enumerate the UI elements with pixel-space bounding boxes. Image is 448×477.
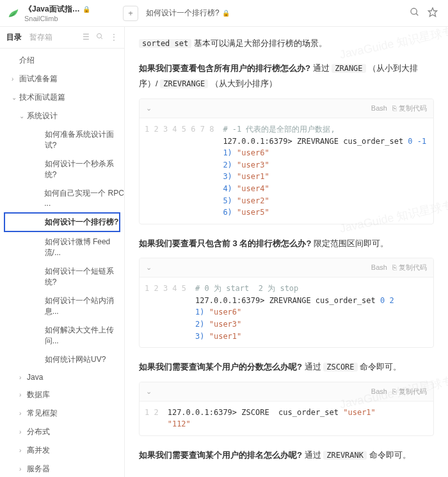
nav-item[interactable]: ›服务器 (0, 460, 124, 477)
book-title: 《Java面试指… (24, 4, 80, 15)
svg-marker-2 (428, 8, 436, 16)
nav-item[interactable]: ›数据库 (0, 386, 124, 404)
nav-item[interactable]: 如何准备系统设计面试? (0, 125, 124, 155)
paragraph: sorted set 基本可以满足大部分排行榜的场景。 (139, 36, 434, 52)
nav-item[interactable]: ›Java (0, 369, 124, 386)
code-lang: Bash (371, 102, 387, 115)
nav-item[interactable]: 介绍 (0, 51, 124, 70)
code-block: ⌄Bash⎘ 复制代码1 2 3 4 5 # 0 为 start 2 为 sto… (139, 258, 434, 348)
copy-button[interactable]: ⎘ 复制代码 (392, 261, 427, 274)
chevron-icon: › (19, 374, 24, 381)
code-lines: # -1 代表的是全部的用户数据, 127.0.0.1:6379> ZREVRA… (223, 123, 426, 219)
nav-item[interactable]: ›高并发 (0, 441, 124, 460)
inline-code: ZREVRANK (323, 451, 367, 460)
lock-icon: 🔒 (83, 6, 90, 13)
star-icon[interactable] (424, 7, 442, 20)
nav-item[interactable]: ›面试准备篇 (0, 70, 124, 88)
code-lang: Bash (371, 385, 387, 398)
tab-toc[interactable]: 目录 (6, 32, 22, 43)
section-heading: 如果我们要查看包含所有用户的排行榜怎么办? 通过 ZRANGE （从小到大排序）… (139, 61, 434, 92)
book-author: SnailClimb (24, 15, 120, 22)
chevron-icon: › (19, 391, 24, 398)
more-icon[interactable]: ⋮ (110, 33, 118, 42)
chevron-icon: › (19, 465, 24, 473)
code-block: ⌄Bash⎘ 复制代码1 2 127.0.0.1:6379> ZSCORE cu… (139, 382, 434, 436)
nav-item[interactable]: ›常见框架 (0, 404, 124, 423)
inline-code: ZRANGE (332, 64, 365, 73)
nav-item[interactable]: ⌄技术面试题篇 (0, 88, 124, 107)
svg-line-1 (416, 13, 418, 15)
svg-point-3 (97, 34, 102, 38)
code-lines: 127.0.0.1:6379> ZSCORE cus_order_set "us… (168, 407, 376, 430)
book-info: 《Java面试指…🔒 SnailClimb (24, 4, 120, 22)
chevron-icon: › (12, 75, 17, 82)
collapse-icon[interactable]: ⌄ (146, 102, 152, 115)
search-icon[interactable] (406, 7, 424, 20)
nav-item[interactable]: 如何设计一个短链系统? (0, 262, 124, 292)
inline-code: sorted set (139, 39, 191, 48)
breadcrumb-title: 如何设计一个排行榜? (146, 8, 220, 19)
nav-item[interactable]: 如何设计一个站内消息... (0, 292, 124, 321)
chevron-icon: › (19, 428, 24, 435)
lock-icon: 🔒 (222, 10, 230, 17)
line-numbers: 1 2 (140, 407, 168, 430)
line-numbers: 1 2 3 4 5 (140, 283, 195, 342)
code-lang: Bash (371, 261, 387, 274)
nav-item[interactable]: ›分布式 (0, 423, 124, 441)
nav-item[interactable]: 如何统计网站UV? (0, 350, 124, 369)
nav-item[interactable]: 如何设计微博 Feed 流/... (0, 233, 124, 262)
inline-code: ZSCORE (323, 363, 357, 371)
copy-button[interactable]: ⎘ 复制代码 (392, 385, 427, 398)
add-tab-button[interactable]: + (123, 6, 138, 21)
nav-item[interactable]: 如何解决大文件上传问... (0, 321, 124, 350)
svg-line-4 (101, 38, 103, 40)
collapse-icon[interactable]: ⌄ (146, 261, 152, 274)
code-block: ⌄Bash⎘ 复制代码1 2 3 4 5 6 7 8 # -1 代表的是全部的用… (139, 98, 434, 224)
code-lines: # 0 为 start 2 为 stop 127.0.0.1:6379> ZRE… (195, 283, 394, 342)
inline-code: ZREVRANGE (160, 79, 208, 88)
search-small-icon[interactable] (96, 33, 104, 42)
nav-item[interactable]: 如何设计一个排行榜? (4, 212, 120, 232)
chevron-icon: › (19, 410, 24, 417)
nav-item[interactable]: 如何设计一个秒杀系统? (0, 155, 124, 184)
app-logo-icon (6, 6, 20, 20)
chevron-icon: › (19, 447, 24, 454)
chevron-icon: ⌄ (12, 94, 17, 101)
line-numbers: 1 2 3 4 5 6 7 8 (140, 123, 223, 219)
tab-stash[interactable]: 暂存箱 (29, 32, 52, 43)
section-heading: 如果我们需要查询某个用户的排名怎么办呢? 通过 ZREVRANK 命令即可。 (139, 448, 434, 464)
nav-item[interactable]: ⌄系统设计 (0, 107, 124, 125)
section-heading: 如果我们需要查询某个用户的分数怎么办呢? 通过 ZSCORE 命令即可。 (139, 359, 434, 375)
svg-point-0 (411, 8, 417, 14)
copy-button[interactable]: ⎘ 复制代码 (392, 102, 427, 115)
section-heading: 如果我们要查看只包含前 3 名的排行榜怎么办? 限定范围区间即可。 (139, 236, 434, 252)
nav-item[interactable]: 如何自己实现一个 RPC ... (0, 184, 124, 212)
collapse-icon[interactable]: ⌄ (146, 385, 152, 398)
chevron-icon: ⌄ (19, 113, 24, 120)
list-icon[interactable]: ☰ (83, 33, 90, 42)
